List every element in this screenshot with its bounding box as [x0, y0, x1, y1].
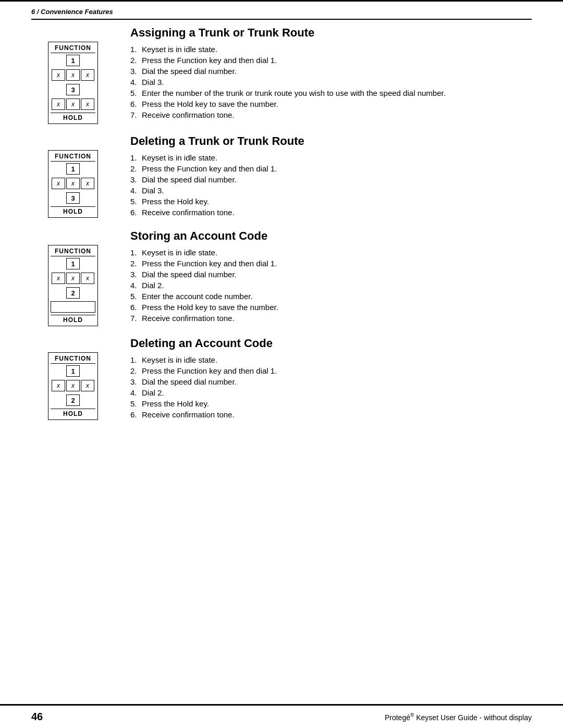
step-s5: 5.Enter the account code number. — [130, 292, 532, 301]
kbd-sx2: x — [66, 273, 80, 284]
text-storing-account: Storing an Account Code 1.Keyset is in i… — [130, 229, 532, 325]
step-s3: 3.Dial the speed dial number. — [130, 270, 532, 279]
step-da2: 2.Press the Function key and then dial 1… — [130, 366, 532, 375]
step-da6: 6.Receive confirmation tone. — [130, 410, 532, 419]
step-d3: 3.Dial the speed dial number. — [130, 175, 532, 184]
step-1: 1.Keyset is in idle state. — [130, 45, 532, 54]
kbd-hold-label-4: HOLD — [51, 409, 95, 418]
deleting-trunk-steps: 1.Keyset is in idle state. 2.Press the F… — [130, 153, 532, 217]
section-assigning-trunk: FUNCTION 1 x x x 3 x x x — [31, 26, 532, 124]
kbd-deleting-account: FUNCTION 1 x x x 2 HOLD — [31, 352, 115, 420]
kbd-row-sx1: x x x — [51, 272, 95, 285]
deleting-account-title: Deleting an Account Code — [130, 337, 532, 350]
kbd-box-2: FUNCTION 1 x x x 3 HOLD — [48, 150, 98, 218]
page-footer: 46 Protegé® Keyset User Guide - without … — [0, 704, 563, 728]
kbd-s-num-2: 2 — [66, 287, 80, 299]
section-deleting-account: FUNCTION 1 x x x 2 HOLD Deleting — [31, 337, 532, 421]
deleting-account-steps: 1.Keyset is in idle state. 2.Press the F… — [130, 355, 532, 419]
kbd-row-da1: 1 — [51, 365, 95, 377]
step-s7: 7.Receive confirmation tone. — [130, 314, 532, 323]
assigning-trunk-title: Assigning a Trunk or Trunk Route — [130, 26, 532, 40]
page: 6 / Convenience Features FUNCTION 1 x x … — [0, 0, 563, 728]
kbd-assigning-trunk: FUNCTION 1 x x x 3 x x x — [31, 42, 115, 124]
kbd-row-d3: 3 — [51, 192, 95, 204]
step-da3: 3.Dial the speed dial number. — [130, 377, 532, 386]
storing-account-title: Storing an Account Code — [130, 229, 532, 243]
step-5: 5.Enter the number of the trunk or trunk… — [130, 89, 532, 97]
step-d6: 6.Receive confirmation tone. — [130, 208, 532, 217]
content: FUNCTION 1 x x x 3 x x x — [0, 19, 563, 704]
kbd-box-1: FUNCTION 1 x x x 3 x x x — [48, 42, 98, 124]
kbd-dax2: x — [66, 380, 80, 391]
kbd-num-1: 1 — [66, 55, 80, 66]
kbd-dx2: x — [66, 178, 80, 189]
kbd-storing-account: FUNCTION 1 x x x 2 HOLD — [31, 245, 115, 326]
deleting-trunk-title: Deleting a Trunk or Trunk Route — [130, 134, 532, 148]
kbd-x2: x — [66, 69, 80, 81]
kbd-sx3: x — [81, 273, 94, 284]
kbd-hold-label-2: HOLD — [51, 206, 95, 216]
kbd-function-label-4: FUNCTION — [51, 354, 95, 364]
kbd-x5: x — [66, 98, 80, 110]
step-da1: 1.Keyset is in idle state. — [130, 355, 532, 364]
kbd-d-num-3: 3 — [66, 192, 80, 204]
kbd-box-3: FUNCTION 1 x x x 2 HOLD — [48, 245, 98, 326]
kbd-box-4: FUNCTION 1 x x x 2 HOLD — [48, 352, 98, 420]
kbd-d-num-1: 1 — [66, 163, 80, 175]
kbd-row-d1: 1 — [51, 163, 95, 175]
step-s1: 1.Keyset is in idle state. — [130, 248, 532, 257]
footer-title-text: Protegé — [385, 713, 410, 721]
step-d4: 4.Dial 3. — [130, 186, 532, 195]
storing-account-steps: 1.Keyset is in idle state. 2.Press the F… — [130, 248, 532, 323]
footer-document-title: Protegé® Keyset User Guide - without dis… — [385, 712, 532, 722]
step-d1: 1.Keyset is in idle state. — [130, 153, 532, 162]
kbd-row-s1: 1 — [51, 257, 95, 270]
kbd-row-1: 1 — [51, 54, 95, 67]
section-divider — [31, 19, 532, 20]
step-7: 7.Receive confirmation tone. — [130, 110, 532, 119]
kbd-dx3: x — [81, 178, 94, 189]
kbd-x6: x — [81, 98, 94, 110]
section-deleting-trunk: FUNCTION 1 x x x 3 HOLD Deleting — [31, 134, 532, 219]
kbd-row-x1: x x x — [51, 69, 95, 81]
kbd-row-dx1: x x x — [51, 177, 95, 190]
kbd-deleting-trunk: FUNCTION 1 x x x 3 HOLD — [31, 150, 115, 218]
step-s4: 4.Dial 2. — [130, 281, 532, 290]
kbd-x4: x — [52, 98, 65, 110]
step-s2: 2.Press the Function key and then dial 1… — [130, 259, 532, 268]
kbd-row-3: 3 — [51, 83, 95, 96]
kbd-row-s2: 2 — [51, 287, 95, 299]
kbd-function-label-3: FUNCTION — [51, 246, 95, 256]
step-3: 3.Dial the speed dial number. — [130, 67, 532, 76]
kbd-row-x2: x x x — [51, 98, 95, 110]
step-da5: 5.Press the Hold key. — [130, 399, 532, 408]
step-s6: 6.Press the Hold key to save the number. — [130, 303, 532, 312]
assigning-trunk-steps: 1.Keyset is in idle state. 2.Press the F… — [130, 45, 532, 119]
kbd-hold-label-3: HOLD — [51, 315, 95, 325]
kbd-dax1: x — [52, 380, 65, 391]
kbd-x1: x — [52, 69, 65, 81]
kbd-row-da2: 2 — [51, 394, 95, 406]
section-storing-account: FUNCTION 1 x x x 2 HOLD — [31, 229, 532, 326]
kbd-da-num-2: 2 — [66, 394, 80, 406]
step-4: 4.Dial 3. — [130, 78, 532, 87]
kbd-x3: x — [81, 69, 94, 81]
step-2: 2.Press the Function key and then dial 1… — [130, 56, 532, 65]
kbd-sx1: x — [52, 273, 65, 284]
text-deleting-trunk: Deleting a Trunk or Trunk Route 1.Keyset… — [130, 134, 532, 219]
kbd-hold-label: HOLD — [51, 113, 95, 122]
kbd-da-num-1: 1 — [66, 365, 80, 377]
kbd-dax3: x — [81, 380, 94, 391]
kbd-dx1: x — [52, 178, 65, 189]
text-deleting-account: Deleting an Account Code 1.Keyset is in … — [130, 337, 532, 421]
kbd-function-label-2: FUNCTION — [51, 152, 95, 162]
step-6: 6.Press the Hold key to save the number. — [130, 100, 532, 108]
step-d5: 5.Press the Hold key. — [130, 197, 532, 206]
kbd-row-dax1: x x x — [51, 379, 95, 392]
kbd-num-3: 3 — [66, 84, 80, 95]
footer-subtitle: Keyset User Guide - without display — [414, 713, 532, 721]
page-header: 6 / Convenience Features — [0, 2, 563, 19]
header-label: 6 / Convenience Features — [31, 8, 113, 16]
footer-page-number: 46 — [31, 711, 43, 723]
kbd-wide-row — [51, 301, 95, 313]
